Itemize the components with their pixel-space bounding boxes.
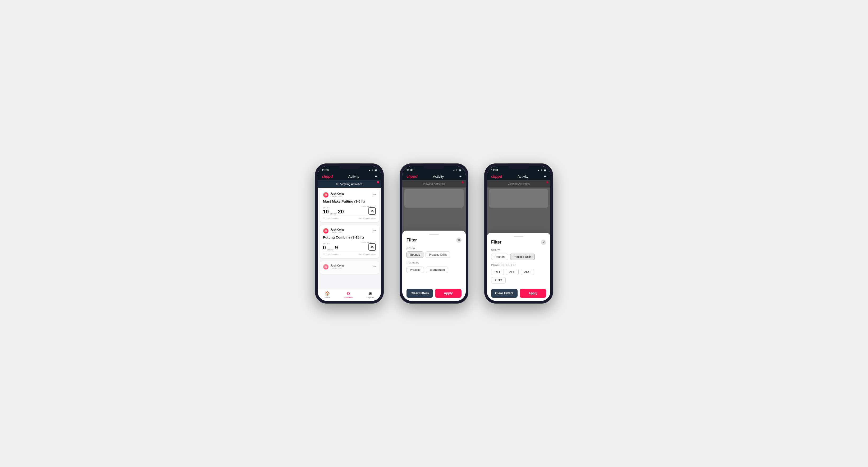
user-date-3: 28 Feb 2023 (330, 267, 344, 270)
card-header-1: JC Josh Coles 28 Feb 2023 ••• (323, 192, 376, 198)
footer-left-2: Test Information (326, 253, 339, 255)
notification-dot-1 (377, 181, 379, 183)
footer-info-2: ⓘ Test Information (323, 253, 339, 255)
hamburger-icon-1[interactable]: ≡ (375, 174, 377, 179)
notch-2 (424, 163, 444, 169)
time-3: 11:33 (491, 169, 498, 172)
shot-quality-badge-1: 75 (368, 207, 376, 215)
putt-chip-3[interactable]: PUTT (491, 277, 506, 283)
more-icon-2[interactable]: ••• (372, 229, 376, 233)
tab-activities-label-1: Activities (344, 297, 353, 299)
phone-1-inner: 11:33 ▲ ᯤ ▣ clippd Activity ≡ ⊞ Viewing … (318, 166, 381, 301)
nav-title-2: Activity (433, 175, 444, 179)
user-name-1: Josh Coles (330, 192, 344, 195)
viewing-bar-1[interactable]: ⊞ Viewing Activities (318, 180, 381, 188)
practice-drills-label-3: Practice Drills (491, 263, 546, 267)
battery-icon-2: ▣ (459, 169, 462, 172)
arg-chip-3[interactable]: ARG (521, 269, 534, 275)
hamburger-icon-2[interactable]: ≡ (459, 174, 462, 179)
rounds-label-2: Rounds (406, 261, 462, 264)
footer-left-1: Test Information (326, 217, 339, 219)
status-icons-2: ▲ ᯤ ▣ (453, 169, 462, 172)
out-of-2: OUT OF (327, 249, 334, 251)
stats-row-2: 0 OUT OF 9 (323, 245, 338, 251)
show-group-2: Rounds Practice Drills (406, 251, 462, 258)
phone-2: 11:33 ▲ ᯤ ▣ clippd Activity ≡ Viewing Ac… (400, 163, 468, 304)
app-chip-3[interactable]: APP (506, 269, 519, 275)
user-date-1: 28 Feb 2023 (330, 195, 344, 197)
footer-right-2: Data: Clippd Capture (359, 253, 376, 255)
status-icons-3: ▲ ᯤ ▣ (537, 169, 546, 172)
filter-title-2: Filter (406, 238, 417, 243)
shot-quality-label-1: Shot Quality (361, 206, 376, 207)
rounds-tournament-chip-2[interactable]: Tournament (426, 267, 448, 273)
apply-button-2[interactable]: Apply (435, 289, 462, 298)
phone-3: 11:33 ▲ ᯤ ▣ clippd Activity ≡ Viewing Ac… (484, 163, 553, 304)
nav-bar-1: clippd Activity ≡ (318, 173, 381, 180)
activities-icon-1: ♻ (346, 291, 350, 296)
battery-icon-3: ▣ (544, 169, 546, 172)
apply-button-3[interactable]: Apply (520, 289, 546, 298)
tab-capture-1[interactable]: ⊕ Capture (367, 291, 374, 299)
activity-card-1[interactable]: JC Josh Coles 28 Feb 2023 ••• Must Make … (320, 189, 379, 222)
close-button-2[interactable]: ✕ (456, 238, 462, 243)
shot-quality-badge-2: 45 (368, 243, 376, 251)
more-icon-1[interactable]: ••• (372, 193, 376, 197)
tab-home-1[interactable]: 🏠 Home (324, 291, 330, 299)
avatar-2: JC (323, 228, 329, 234)
tab-activities-1[interactable]: ♻ Activities (344, 291, 353, 299)
rounds-group-2: Practice Tournament (406, 267, 462, 273)
more-icon-3[interactable]: ••• (372, 265, 376, 269)
footer-right-1: Data: Clippd Capture (359, 217, 376, 219)
card-user-2: JC Josh Coles 28 Feb 2023 (323, 228, 344, 234)
show-practice-chip-3[interactable]: Practice Drills (510, 254, 535, 260)
notch-3 (508, 163, 529, 169)
wifi-icon-3: ᯤ (540, 169, 543, 172)
info-icon-1: ⓘ (323, 217, 325, 219)
phone-3-inner: 11:33 ▲ ᯤ ▣ clippd Activity ≡ Viewing Ac… (487, 166, 550, 301)
show-practice-chip-2[interactable]: Practice Drills (426, 251, 450, 258)
clear-filters-button-2[interactable]: Clear Filters (406, 289, 433, 298)
out-of-1: OUT OF (330, 213, 337, 215)
show-rounds-chip-3[interactable]: Rounds (491, 254, 508, 260)
card-footer-1: ⓘ Test Information Data: Clippd Capture (323, 215, 376, 219)
sheet-header-2: Filter ✕ (406, 238, 462, 243)
home-icon-1: 🏠 (325, 291, 330, 296)
wifi-icon-1: ᯤ (371, 169, 374, 172)
capture-icon-1: ⊕ (369, 291, 372, 296)
sheet-footer-2: Clear Filters Apply (406, 289, 462, 298)
user-info-1: Josh Coles 28 Feb 2023 (330, 192, 344, 197)
battery-icon-1: ▣ (374, 169, 377, 172)
activity-card-3[interactable]: JC Josh Coles 28 Feb 2023 ••• (320, 261, 379, 274)
show-label-3: Show (491, 249, 546, 251)
signal-icon-2: ▲ (453, 169, 455, 172)
avatar-1: JC (323, 192, 329, 198)
logo-3: clippd (491, 174, 502, 179)
ott-chip-3[interactable]: OTT (491, 269, 504, 275)
status-icons-1: ▲ ᯤ ▣ (368, 169, 377, 172)
score-value-1: 10 (323, 209, 329, 215)
user-info-3: Josh Coles 28 Feb 2023 (330, 264, 344, 270)
score-label-1: Score (323, 207, 344, 209)
wifi-icon-2: ᯤ (456, 169, 458, 172)
nav-bar-2: clippd Activity ≡ (402, 173, 466, 180)
hamburger-icon-3[interactable]: ≡ (544, 174, 546, 179)
filter-icon-1: ⊞ (336, 182, 339, 186)
avatar-img-3: JC (323, 264, 329, 270)
scroll-area-1: JC Josh Coles 28 Feb 2023 ••• Must Make … (318, 188, 381, 289)
card-title-2: Putting Combine (3-15 ft) (323, 235, 376, 239)
rounds-practice-chip-2[interactable]: Practice (406, 267, 424, 273)
activity-card-2[interactable]: JC Josh Coles 28 Feb 2023 ••• Putting Co… (320, 225, 379, 258)
tab-home-label-1: Home (324, 297, 330, 299)
tab-capture-label-1: Capture (367, 297, 374, 299)
close-button-3[interactable]: ✕ (541, 240, 546, 245)
card-user-1: JC Josh Coles 28 Feb 2023 (323, 192, 344, 198)
clear-filters-button-3[interactable]: Clear Filters (491, 289, 518, 298)
phone-1: 11:33 ▲ ᯤ ▣ clippd Activity ≡ ⊞ Viewing … (315, 163, 384, 304)
footer-info-1: ⓘ Test Information (323, 217, 339, 219)
signal-icon-3: ▲ (537, 169, 540, 172)
avatar-3: JC (323, 264, 329, 270)
show-rounds-chip-2[interactable]: Rounds (406, 251, 424, 258)
avatar-img-2: JC (323, 228, 329, 234)
show-label-2: Show (406, 246, 462, 249)
